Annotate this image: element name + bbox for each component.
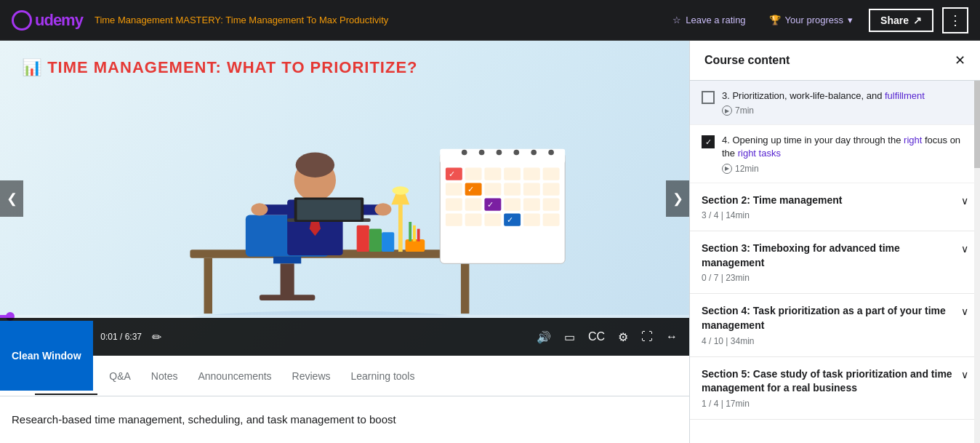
scrollbar-track[interactable] [974,81,980,443]
svg-rect-1 [204,258,212,314]
svg-rect-33 [523,168,540,180]
chevron-down-icon: ∨ [961,195,968,207]
svg-rect-4 [273,257,301,264]
section-5-meta: 1 / 4 | 17min [702,399,961,409]
item-3-checkbox[interactable] [702,91,715,104]
course-item-3[interactable]: 3. Prioritization, work-life-balance, an… [690,81,980,125]
tab-learning-tools[interactable]: Learning tools [342,357,424,395]
svg-rect-40 [543,183,560,196]
svg-point-27 [531,150,537,156]
time-display: 0:01 / 6:37 [100,332,142,342]
section-3-header[interactable]: Section 3: Timeboxing for advanced time … [690,231,980,294]
svg-point-25 [497,150,502,156]
app-header: udemy Time Management MASTERY: Time Mana… [0,0,980,41]
svg-rect-50 [446,214,462,226]
svg-rect-32 [504,168,521,180]
svg-rect-39 [523,183,540,196]
scrollbar-thumb[interactable] [974,81,980,168]
next-lesson-button[interactable]: ❯ [666,180,689,217]
logo-text: udemy [35,11,83,30]
section-5-title: Section 5: Case study of task prioritiza… [702,367,961,396]
course-title-prefix: Time Management MASTERY: [95,15,225,25]
svg-rect-35 [446,183,462,196]
clean-window-button[interactable]: Clean Window [0,321,93,391]
section-4-header[interactable]: Section 4: Task prioritization as a part… [690,294,980,356]
svg-rect-5 [281,264,294,299]
trophy-icon: 🏆 [769,15,781,25]
svg-rect-63 [417,229,420,242]
video-controls: ▶ ↺ 1x ↻ 0:01 / 6:37 ✏ 🔊 ▭ CC ⚙ ⛶ [0,318,689,356]
captions-button[interactable]: CC [585,327,608,346]
item-3-title: 3. Prioritization, work-life-balance, an… [722,89,968,103]
sidebar-header: Course content ✕ [690,41,980,81]
section-2-meta: 3 / 4 | 14min [702,210,842,220]
chevron-right-icon: ❯ [672,191,683,207]
svg-rect-58 [369,229,382,252]
section-3-title: Section 3: Timeboxing for advanced time … [702,242,961,270]
section-2-header[interactable]: Section 2: Time management 3 / 4 | 14min… [690,183,980,232]
item-4-title: 4. Opening up time in your day through t… [722,134,968,160]
svg-point-20 [392,187,409,195]
more-options-button[interactable]: ⋮ [942,7,968,33]
tab-notes[interactable]: Notes [142,357,187,395]
svg-rect-31 [484,168,501,180]
svg-rect-34 [543,168,560,180]
item-3-meta: ▶ 7min [722,105,968,116]
share-arrow-icon: ↗ [913,15,922,26]
your-progress-button[interactable]: 🏆 Your progress ▾ [762,10,860,30]
video-title-text: TIME MANAGEMENT: WHAT TO PRIORITIZE? [47,58,417,76]
svg-rect-44 [465,199,482,211]
tab-qa[interactable]: Q&A [100,357,140,395]
section-5-header[interactable]: Section 5: Case study of task prioritiza… [690,357,980,420]
desk-illustration: ✓ ✓ ✓ ✓ [29,83,615,319]
course-item-4[interactable]: 4. Opening up time in your day through t… [690,125,980,183]
svg-rect-59 [382,233,394,252]
edit-icon[interactable]: ✏ [149,327,164,347]
svg-point-14 [374,203,391,215]
item-3-info: 3. Prioritization, work-life-balance, an… [722,89,968,116]
video-area: 📊 TIME MANAGEMENT: WHAT TO PRIORITIZE? [0,41,689,443]
svg-rect-61 [409,222,411,242]
settings-button[interactable]: ⚙ [615,327,631,347]
svg-rect-48 [543,199,560,211]
expand-button[interactable]: ↔ [663,327,680,346]
video-content: 📊 TIME MANAGEMENT: WHAT TO PRIORITIZE? [0,41,689,356]
section-3-meta: 0 / 7 | 23min [702,273,961,283]
udemy-logo: udemy [12,10,83,31]
video-icon: ▶ [722,105,732,116]
section-4-title: Section 4: Task prioritization as a part… [702,304,961,332]
svg-rect-18 [398,204,403,252]
svg-rect-47 [523,199,540,211]
item-4-checkbox[interactable] [702,135,715,148]
svg-point-8 [296,153,334,177]
section-4-meta: 4 / 10 | 34min [702,336,961,346]
sidebar-content[interactable]: 3. Prioritization, work-life-balance, an… [690,81,980,443]
share-button[interactable]: Share ↗ [869,9,933,32]
chevron-down-icon: ∨ [961,369,968,380]
svg-rect-46 [504,199,521,211]
svg-text:✓: ✓ [449,169,455,178]
course-title: Time Management MASTERY: Time Management… [95,15,654,25]
tab-area: Clean Window 🔍 Overview Q&A Notes Announ… [0,356,689,443]
video-icon: ▶ [722,164,732,174]
chevron-down-icon: ▾ [848,15,853,25]
tab-announcements[interactable]: Announcements [189,357,280,395]
title-emoji: 📊 [22,58,42,76]
leave-rating-button[interactable]: ☆ Leave a rating [665,10,752,30]
fullscreen-button[interactable]: ⛶ [638,327,656,346]
subtitles-button[interactable]: ▭ [561,327,578,347]
ellipsis-icon: ⋮ [949,12,962,28]
svg-point-26 [514,150,520,156]
item-4-meta: ▶ 12min [722,164,968,174]
video-player[interactable]: 📊 TIME MANAGEMENT: WHAT TO PRIORITIZE? [0,41,689,356]
prev-lesson-button[interactable]: ❮ [0,180,23,217]
svg-rect-6 [260,295,315,301]
sidebar-close-button[interactable]: ✕ [955,52,965,68]
svg-rect-22 [440,149,565,163]
tab-reviews[interactable]: Reviews [284,357,340,395]
volume-button[interactable]: 🔊 [534,327,554,347]
course-title-highlight: Time Management To Max Productivity [225,15,388,25]
course-content-sidebar: Course content ✕ 3. Prioritization, work… [689,41,980,443]
svg-rect-43 [446,199,462,211]
tab-content-overview: Research-based time management, scheduli… [0,396,689,443]
